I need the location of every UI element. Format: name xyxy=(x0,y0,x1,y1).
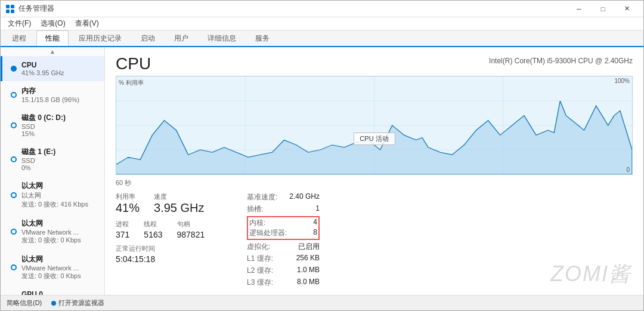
menu-bar: 文件(F) 选项(O) 查看(V) xyxy=(1,17,643,30)
y-min-label: 0 xyxy=(626,167,630,173)
tab-process[interactable]: 进程 xyxy=(3,30,35,46)
l2-val: 1.0 MB xyxy=(297,266,320,276)
sidebar-item-disk1[interactable]: 磁盘 1 (E:) SSD 0% xyxy=(1,142,104,176)
process-thread-handle-group: 进程 371 线程 5163 句柄 987821 xyxy=(116,220,235,239)
simple-info-button[interactable]: 简略信息(D) xyxy=(7,298,42,307)
menu-view[interactable]: 查看(V) xyxy=(70,17,104,30)
base-speed-row: 基准速度: 2.40 GHz xyxy=(247,192,320,202)
sidebar-item-gpu0[interactable]: GPU 0 Intel(R) UHD Grap... 0% xyxy=(1,285,104,295)
sidebar-memory-sub: 15.1/15.8 GB (96%) xyxy=(21,96,79,103)
sidebar-item-eth2[interactable]: 以太网 VMware Network ... 发送: 0 接收: 0 Kbps xyxy=(1,250,104,285)
info-col-main: 基准速度: 2.40 GHz 插槽: 1 内核: 4 xyxy=(247,192,320,288)
usage-speed-group: 利用率 41% 速度 3.95 GHz xyxy=(116,192,235,215)
sidebar-item-eth1[interactable]: 以太网 VMware Network ... 发送: 0 接收: 0 Kbps xyxy=(1,214,104,250)
sidebar: ▲ CPU 41% 3.95 GHz 内存 15.1/15.8 GB (96%) xyxy=(1,47,105,295)
minimize-button[interactable]: ─ xyxy=(567,1,591,17)
speed-label: 速度 xyxy=(154,192,204,201)
y-axis-label: % 利用率 xyxy=(119,79,144,87)
uptime-stat: 正常运行时间 5:04:15:18 xyxy=(116,244,235,264)
sidebar-disk1-sub1: SSD xyxy=(21,157,55,164)
sidebar-cpu-name: CPU xyxy=(21,61,64,69)
y-max-label: 100% xyxy=(614,78,630,84)
process-value: 371 xyxy=(116,230,129,239)
sidebar-disk0-sub2: 15% xyxy=(21,130,66,137)
virt-row: 虚拟化: 已启用 xyxy=(247,242,320,252)
sidebar-item-disk0[interactable]: 磁盘 0 (C: D:) SSD 15% xyxy=(1,108,104,142)
eth0-indicator xyxy=(11,192,17,198)
thread-label: 线程 xyxy=(144,220,162,229)
l1-val: 256 KB xyxy=(296,254,320,264)
sidebar-scroll-up[interactable]: ▲ xyxy=(1,47,104,56)
tab-services[interactable]: 服务 xyxy=(246,30,278,46)
sidebar-eth1-name: 以太网 xyxy=(21,218,81,229)
tab-details[interactable]: 详细信息 xyxy=(199,30,245,46)
base-speed-val: 2.40 GHz xyxy=(289,192,320,202)
l1-row: L1 缓存: 256 KB xyxy=(247,254,320,264)
sidebar-cpu-sub: 41% 3.95 GHz xyxy=(21,69,64,76)
usage-label: 利用率 xyxy=(116,192,140,201)
svg-rect-1 xyxy=(11,5,14,8)
tab-startup[interactable]: 启动 xyxy=(132,30,164,46)
socket-row: 插槽: 1 xyxy=(247,204,320,214)
logical-key: 逻辑处理器: xyxy=(249,228,287,238)
thread-value: 5163 xyxy=(144,230,162,239)
sidebar-item-eth0[interactable]: 以太网 以太网 发送: 0 接收: 416 Kbps xyxy=(1,176,104,214)
eth1-indicator xyxy=(11,229,17,235)
time-label: 60 秒 xyxy=(116,178,633,187)
window-title: 任务管理器 xyxy=(18,4,54,14)
sidebar-eth1-sub1: VMware Network ... xyxy=(21,229,81,236)
sidebar-eth0-name: 以太网 xyxy=(21,181,88,191)
logical-row: 逻辑处理器: 8 xyxy=(248,228,318,238)
svg-rect-2 xyxy=(6,10,10,13)
sidebar-eth2-sub1: VMware Network ... xyxy=(21,264,81,272)
sidebar-disk1-sub2: 0% xyxy=(21,164,55,171)
l1-key: L1 缓存: xyxy=(247,254,273,264)
cpu-indicator xyxy=(11,66,17,72)
eth2-indicator xyxy=(11,264,17,270)
svg-rect-3 xyxy=(11,10,14,13)
stats-right: 基准速度: 2.40 GHz 插槽: 1 内核: 4 xyxy=(235,192,633,288)
title-bar: 任务管理器 ─ □ ✕ xyxy=(1,1,643,17)
close-button[interactable]: ✕ xyxy=(615,1,639,17)
window-controls: ─ □ ✕ xyxy=(567,1,639,17)
open-monitor-button[interactable]: 打开资源监视器 xyxy=(51,298,104,307)
maximize-button[interactable]: □ xyxy=(591,1,615,17)
socket-key: 插槽: xyxy=(247,204,263,214)
handle-label: 句柄 xyxy=(177,220,205,229)
sidebar-disk0-name: 磁盘 0 (C: D:) xyxy=(21,113,66,123)
socket-val: 1 xyxy=(315,204,320,214)
detail-panel: CPU Intel(R) Core(TM) i5-9300H CPU @ 2.4… xyxy=(105,47,643,295)
sidebar-gpu0-name: GPU 0 xyxy=(21,290,81,295)
detail-header: CPU Intel(R) Core(TM) i5-9300H CPU @ 2.4… xyxy=(116,54,633,73)
sidebar-eth0-sub2: 发送: 0 接收: 416 Kbps xyxy=(21,200,88,209)
sidebar-disk0-sub1: SSD xyxy=(21,123,66,130)
tab-performance[interactable]: 性能 xyxy=(36,30,69,46)
uptime-label: 正常运行时间 xyxy=(116,244,235,253)
app-icon xyxy=(5,4,15,14)
tab-app-history[interactable]: 应用历史记录 xyxy=(70,30,131,46)
l3-val: 8.0 MB xyxy=(297,278,320,288)
detail-cpu-name: Intel(R) Core(TM) i5-9300H CPU @ 2.40GHz xyxy=(489,54,633,65)
tab-users[interactable]: 用户 xyxy=(165,30,197,46)
menu-options[interactable]: 选项(O) xyxy=(36,17,70,30)
l3-key: L3 缓存: xyxy=(247,278,273,288)
core-row: 内核: 4 xyxy=(248,218,318,228)
memory-indicator xyxy=(11,92,17,98)
main-content: ▲ CPU 41% 3.95 GHz 内存 15.1/15.8 GB (96%) xyxy=(1,47,643,295)
sidebar-item-memory[interactable]: 内存 15.1/15.8 GB (96%) xyxy=(1,81,104,108)
l2-row: L2 缓存: 1.0 MB xyxy=(247,266,320,276)
sidebar-eth2-sub2: 发送: 0 接收: 0 Kbps xyxy=(21,272,81,281)
cpu-chart: % 利用率 100% 0 CPU 活动 xyxy=(116,76,633,175)
sidebar-item-cpu[interactable]: CPU 41% 3.95 GHz xyxy=(1,56,104,81)
sidebar-eth0-sub1: 以太网 xyxy=(21,191,88,200)
base-speed-key: 基准速度: xyxy=(247,192,277,202)
open-monitor-label: 打开资源监视器 xyxy=(58,298,104,307)
sidebar-disk1-name: 磁盘 1 (E:) xyxy=(21,147,55,157)
uptime-value: 5:04:15:18 xyxy=(116,254,235,264)
menu-file[interactable]: 文件(F) xyxy=(3,17,36,30)
footer-bar: 简略信息(D) 打开资源监视器 xyxy=(1,295,643,310)
svg-rect-0 xyxy=(6,5,10,8)
virt-key: 虚拟化: xyxy=(247,242,270,252)
handle-value: 987821 xyxy=(177,230,205,239)
sidebar-memory-name: 内存 xyxy=(21,86,79,96)
